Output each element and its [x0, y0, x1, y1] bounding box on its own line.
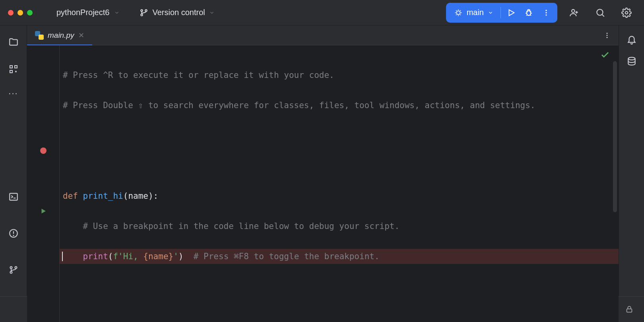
more-tools-button[interactable]: ···	[8, 88, 18, 99]
maximize-window-button[interactable]	[27, 10, 33, 16]
project-selector[interactable]: pythonProject6	[56, 8, 120, 17]
svg-rect-17	[10, 193, 17, 200]
svg-point-16	[16, 71, 16, 72]
editor-area: main.py ✕ # Press ^R to execute it or re…	[27, 25, 619, 296]
right-tool-rail	[619, 25, 644, 296]
svg-point-7	[545, 12, 547, 13]
svg-point-26	[607, 35, 608, 36]
svg-point-0	[141, 10, 143, 12]
svg-point-25	[607, 33, 608, 34]
code-with-me-button[interactable]	[564, 3, 584, 22]
window-controls	[8, 10, 33, 16]
terminal-tool-button[interactable]	[6, 189, 21, 205]
svg-point-27	[607, 37, 608, 38]
run-toolbar: main	[446, 3, 557, 23]
close-tab-icon[interactable]: ✕	[78, 31, 84, 40]
readonly-toggle-icon[interactable]	[625, 305, 634, 314]
bug-cog-icon	[454, 8, 463, 17]
version-control-menu[interactable]: Version control	[140, 8, 214, 17]
svg-marker-4	[509, 10, 514, 16]
tab-filename: main.py	[48, 31, 74, 40]
titlebar: pythonProject6 Version control main	[0, 0, 644, 25]
svg-line-11	[602, 14, 604, 16]
project-name: pythonProject6	[56, 8, 109, 17]
problems-tool-button[interactable]	[6, 225, 21, 241]
code-editor[interactable]: # Press ^R to execute it or replace it w…	[27, 45, 619, 322]
settings-button[interactable]	[617, 3, 636, 22]
chevron-down-icon	[209, 10, 215, 16]
left-tool-rail: ···	[0, 25, 27, 296]
run-config-name: main	[467, 8, 484, 17]
editor-tabs: main.py ✕	[27, 25, 619, 45]
editor-gutter[interactable]	[27, 45, 60, 322]
branch-icon	[140, 8, 148, 17]
git-tool-button[interactable]	[6, 262, 21, 278]
chevron-down-icon	[488, 10, 493, 16]
search-button[interactable]	[591, 3, 610, 22]
svg-marker-28	[41, 209, 46, 213]
run-more-button[interactable]	[537, 4, 555, 21]
svg-rect-14	[15, 66, 17, 68]
python-file-icon	[35, 31, 44, 40]
database-tool-button[interactable]	[627, 56, 637, 67]
run-line-marker[interactable]	[27, 204, 59, 219]
svg-rect-15	[10, 70, 12, 73]
svg-point-23	[15, 267, 17, 269]
run-configuration-selector[interactable]: main	[448, 8, 499, 17]
run-button[interactable]	[502, 4, 520, 21]
project-tool-button[interactable]	[6, 34, 21, 50]
vcs-label: Version control	[152, 8, 205, 17]
svg-point-6	[545, 10, 547, 11]
close-window-button[interactable]	[8, 10, 14, 16]
svg-point-1	[145, 10, 147, 12]
svg-rect-13	[10, 66, 12, 68]
structure-tool-button[interactable]	[6, 61, 21, 77]
debug-button[interactable]	[520, 4, 537, 21]
svg-point-10	[597, 9, 603, 15]
svg-point-3	[456, 11, 460, 14]
minimize-window-button[interactable]	[17, 10, 23, 16]
svg-point-12	[625, 11, 628, 14]
svg-point-21	[13, 235, 14, 236]
svg-point-22	[10, 267, 12, 269]
tab-main-py[interactable]: main.py ✕	[27, 25, 92, 45]
code-content[interactable]: # Press ^R to execute it or replace it w…	[60, 45, 619, 322]
svg-point-9	[572, 9, 575, 12]
notifications-tool-button[interactable]	[627, 34, 637, 45]
chevron-down-icon	[114, 10, 120, 16]
editor-scrollbar[interactable]	[613, 61, 617, 212]
svg-point-8	[545, 14, 547, 16]
inspection-status-icon[interactable]	[600, 50, 610, 60]
svg-point-24	[10, 272, 12, 274]
breakpoint-marker[interactable]	[27, 143, 59, 158]
svg-point-29	[628, 57, 635, 60]
svg-point-2	[141, 14, 143, 16]
svg-rect-30	[627, 309, 632, 312]
tabs-more-button[interactable]	[603, 32, 611, 39]
